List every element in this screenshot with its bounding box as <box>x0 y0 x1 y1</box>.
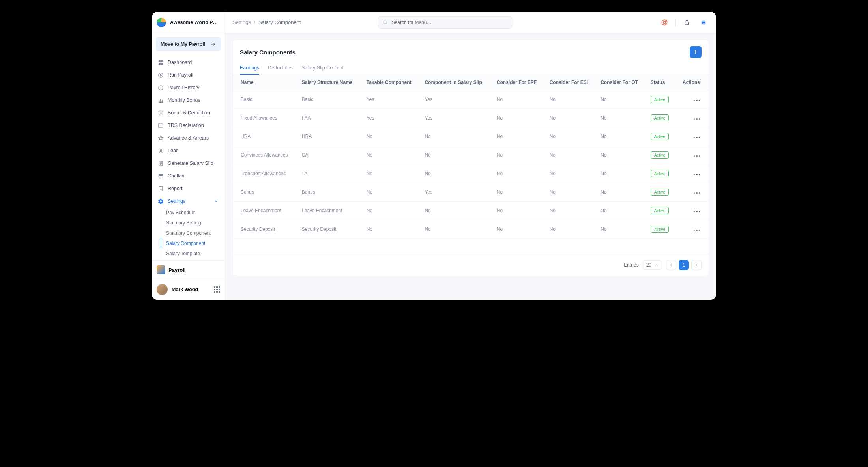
cell: No <box>363 202 421 220</box>
cell: No <box>363 146 421 164</box>
search-input[interactable] <box>389 20 508 25</box>
cell: Basic <box>298 90 363 109</box>
tab-salary-slip-content[interactable]: Salary Slip Content <box>301 62 344 75</box>
page-title: Salary Components <box>240 49 296 56</box>
cell: No <box>597 183 646 202</box>
table-row: Leave EncashmentLeave EncashmentNoNoNoNo… <box>233 202 709 220</box>
target-icon[interactable] <box>659 17 670 28</box>
svg-rect-3 <box>161 63 163 65</box>
cell: No <box>597 109 646 127</box>
lock-icon[interactable] <box>681 17 692 28</box>
sidebar-item-label: Run Payroll <box>168 72 193 78</box>
status-badge: Active <box>651 133 669 140</box>
cell: No <box>421 146 492 164</box>
pager: 1 <box>666 260 702 270</box>
subnav-salary-template[interactable]: Salary Template <box>161 248 225 259</box>
cell-actions <box>675 164 709 183</box>
cell: Transport Allowances <box>233 164 298 183</box>
col-taxable-component: Taxable Component <box>363 75 421 90</box>
cell: Yes <box>421 109 492 127</box>
sidebar-item-label: TDS Declaration <box>168 123 204 128</box>
chevron-up-icon <box>655 263 658 267</box>
sidebar-item-payroll-history[interactable]: Payroll History <box>152 81 225 94</box>
arrow-right-icon <box>210 41 216 47</box>
cell: No <box>493 183 546 202</box>
cell-actions <box>675 146 709 164</box>
apps-grid-icon[interactable] <box>214 286 220 293</box>
cell: Security Deposit <box>298 220 363 239</box>
sidebar-item-advance-arrears[interactable]: Advance & Arrears <box>152 132 225 144</box>
add-button[interactable] <box>690 46 702 58</box>
sidebar-item-bonus-deduction[interactable]: Bonus & Deduction <box>152 106 225 119</box>
entries-per-page-select[interactable]: 20 <box>643 260 662 270</box>
cell: Yes <box>363 90 421 109</box>
row-actions-button[interactable] <box>694 137 700 138</box>
subnav-pay-schedule[interactable]: Pay Schedule <box>161 207 225 218</box>
cell: No <box>421 127 492 146</box>
sidebar-item-generate-salary-slip[interactable]: Generate Salary Slip <box>152 157 225 170</box>
col-actions: Actions <box>675 75 709 90</box>
row-actions-button[interactable] <box>694 100 700 101</box>
subnav-salary-component[interactable]: Salary Component <box>161 238 225 248</box>
sidebar-item-tds-declaration[interactable]: TDS Declaration <box>152 119 225 132</box>
sidebar-item-dashboard[interactable]: Dashboard <box>152 56 225 69</box>
entries-value: 20 <box>646 262 651 268</box>
col-name: Name <box>233 75 298 90</box>
row-actions-button[interactable] <box>694 155 700 157</box>
pager-page-1[interactable]: 1 <box>679 260 689 270</box>
cell-actions <box>675 109 709 127</box>
pager-prev[interactable] <box>666 260 676 270</box>
cell: No <box>597 202 646 220</box>
cell: Convinces Allowances <box>233 146 298 164</box>
sidebar-item-report[interactable]: Report <box>152 182 225 195</box>
cell: No <box>421 220 492 239</box>
app-window: Awesome World Pvt… Move to My Payroll Da… <box>152 12 716 300</box>
row-actions-button[interactable] <box>694 174 700 176</box>
breadcrumb-root[interactable]: Settings <box>232 19 251 25</box>
col-consider-for-epf: Consider For EPF <box>493 75 546 90</box>
cell: No <box>363 127 421 146</box>
subnav-statutory-component[interactable]: Statutory Component <box>161 228 225 238</box>
sidebar-item-monthly-bonus[interactable]: Monthly Bonus <box>152 94 225 106</box>
svg-rect-15 <box>685 22 688 25</box>
gear-icon <box>157 198 164 204</box>
sidebar-item-label: Report <box>168 186 183 191</box>
sidebar-item-challan[interactable]: Challan <box>152 170 225 182</box>
cell: No <box>597 90 646 109</box>
module-panel[interactable]: Payroll <box>152 260 225 279</box>
chevron-down-icon <box>213 198 219 204</box>
status-badge: Active <box>651 226 669 233</box>
chat-icon[interactable] <box>698 17 709 28</box>
avatar[interactable] <box>157 284 168 295</box>
tab-deductions[interactable]: Deductions <box>268 62 293 75</box>
svg-point-12 <box>383 21 387 24</box>
status-badge: Active <box>651 96 669 103</box>
row-actions-button[interactable] <box>694 118 700 120</box>
svg-rect-2 <box>158 63 160 65</box>
row-actions-button[interactable] <box>694 211 700 213</box>
sidebar-item-settings[interactable]: Settings <box>152 195 225 207</box>
cell: Yes <box>421 90 492 109</box>
sidebar-item-label: Bonus & Deduction <box>168 110 210 116</box>
col-salary-structure-name: Salary Structure Name <box>298 75 363 90</box>
loan-icon <box>157 148 164 154</box>
cell: HRA <box>298 127 363 146</box>
salary-components-table: NameSalary Structure NameTaxable Compone… <box>233 75 709 239</box>
tab-earnings[interactable]: Earnings <box>240 62 259 75</box>
content: Salary Components EarningsDeductionsSala… <box>225 33 716 282</box>
cell-actions <box>675 220 709 239</box>
row-actions-button[interactable] <box>694 230 700 231</box>
row-actions-button[interactable] <box>694 192 700 194</box>
table-row: Fixed AllowancesFAAYesYesNoNoNoActive <box>233 109 709 127</box>
sidebar-item-loan[interactable]: Loan <box>152 144 225 157</box>
settings-submenu: Pay ScheduleStatutory SettingStatutory C… <box>161 207 225 259</box>
sidebar-item-run-payroll[interactable]: Run Payroll <box>152 69 225 81</box>
dashboard-icon <box>157 59 164 65</box>
move-to-my-payroll-button[interactable]: Move to My Payroll <box>156 37 221 51</box>
cell-actions <box>675 202 709 220</box>
subnav-statutory-setting[interactable]: Statutory Setting <box>161 218 225 228</box>
main: Settings / Salary Component <box>225 12 716 300</box>
pager-next[interactable] <box>691 260 702 270</box>
search-input-wrap[interactable] <box>378 16 512 29</box>
cell: Yes <box>363 109 421 127</box>
